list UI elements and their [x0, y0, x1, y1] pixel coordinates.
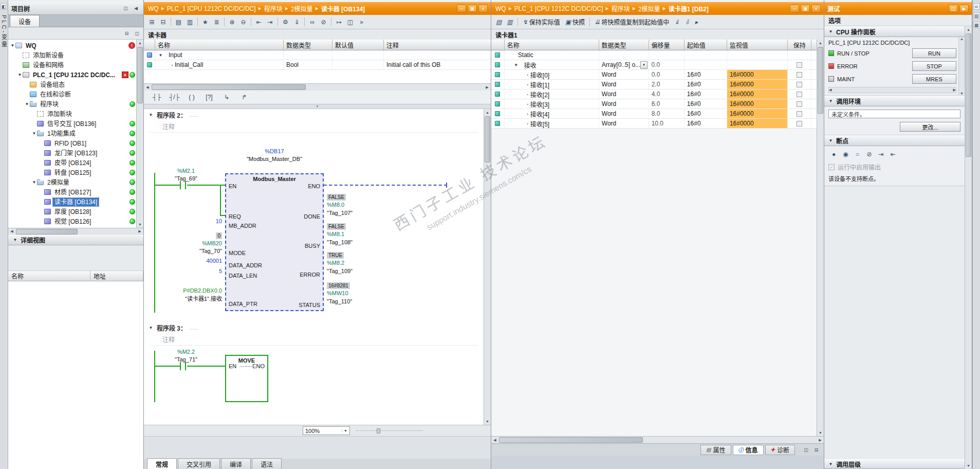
db-row[interactable]: ▪接收[0] Word 0.0 16#0 16#0000 — [491, 70, 817, 80]
inspector-tab[interactable]: ✚诊断 — [765, 445, 795, 455]
cpu-command-button[interactable]: RUN — [912, 48, 956, 58]
tree-options-icon[interactable]: ◫ — [133, 29, 141, 37]
add-row-icon[interactable]: ▥ — [505, 17, 514, 27]
disable-breakpoints-icon[interactable]: ○ — [852, 149, 863, 159]
delete-network-icon[interactable]: ⊟ — [158, 17, 169, 27]
inspector-tab[interactable]: 语法 — [252, 458, 282, 469]
jump-to-icon[interactable]: ↦ — [334, 17, 344, 27]
move-block[interactable]: MOVE EN ENO — [225, 355, 268, 402]
tasks-tab-icon[interactable]: ▤ — [973, 12, 980, 19]
retain-checkbox[interactable] — [797, 82, 802, 87]
breadcrumb-item[interactable]: PLC_1 [CPU 1212C DC/DC/DC]▶ — [513, 5, 611, 12]
next-breakpoint-icon[interactable]: ⇥ — [876, 149, 886, 159]
collapse-panel-right-icon[interactable]: ▶ — [959, 5, 969, 12]
ladder-vertical-scrollbar[interactable]: ▲▼ — [484, 109, 491, 425]
db-var-start-value[interactable] — [685, 50, 727, 60]
docked-plc-tags-tab[interactable]: PLC-变量 — [0, 15, 8, 48]
separator[interactable] — [517, 17, 518, 26]
db-row[interactable]: ▼接收 Array[0..5] o...▾ 0.0 — [491, 60, 817, 70]
goto-previous-icon[interactable]: ⇤ — [253, 17, 264, 27]
close-branch-icon[interactable]: ↱ — [238, 94, 250, 101]
expand-arrow-icon[interactable]: ▼ — [31, 180, 37, 185]
retain-checkbox[interactable] — [797, 92, 802, 97]
separator[interactable] — [251, 17, 251, 26]
inspector-tab[interactable]: 编译 — [221, 458, 251, 469]
retain-checkbox[interactable] — [797, 121, 802, 127]
delete-breakpoints-icon[interactable]: ⊘ — [864, 149, 875, 159]
breadcrumb-item[interactable]: 2模拟量▶ — [290, 4, 320, 13]
db-row[interactable]: ▪接收[4] Word 8.0 16#0 16#0000 — [491, 109, 817, 119]
keep-actual-values-button[interactable]: ↯保持实际值 — [521, 17, 562, 27]
cpu-command-button[interactable]: STOP — [912, 61, 956, 71]
separator[interactable] — [224, 17, 225, 26]
db-var-start-value[interactable]: 16#0 — [685, 70, 727, 79]
db-vertical-scrollbar[interactable]: ▲▼ — [817, 40, 824, 436]
db-var-start-value[interactable] — [685, 60, 727, 69]
cpu-panel-vertical-scrollbar[interactable]: ▲▼ — [958, 37, 965, 95]
call-hierarchy-section-header[interactable]: ▼调用层级 — [824, 459, 965, 469]
collapse-panel-left-icon[interactable]: ◀ — [132, 5, 140, 12]
enable-breakpoints-icon[interactable]: ◉ — [840, 149, 851, 159]
tree-item[interactable]: 信号交互 [OB136] — [8, 119, 136, 129]
tree-item[interactable]: ▼ PLC_1 [CPU 1212C DC/DC... — [8, 70, 136, 80]
db-row[interactable]: ▪接收[5] Word 10.0 16#0 16#0000 — [491, 119, 817, 129]
db-var-start-value[interactable]: 16#0 — [685, 109, 727, 118]
inspector-tab[interactable]: ⓘ信息 — [733, 445, 764, 455]
split-editor-icon[interactable]: ◫ — [345, 17, 356, 27]
snapshot-button[interactable]: ▣快照 — [563, 17, 587, 27]
tree-item[interactable]: 添加新设备 — [8, 50, 136, 60]
modbus-master-block[interactable]: Modbus_Master EN REQ MB_ADDR MODE DATA_A… — [225, 173, 324, 311]
mb-addr-value[interactable]: 10 — [165, 218, 222, 225]
network-3-comment[interactable]: 注释 — [149, 333, 478, 346]
db-row[interactable]: ▪接收[3] Word 6.0 16#0 16#0000 — [491, 99, 817, 109]
db-var-start-value[interactable]: 16#0 — [685, 89, 727, 99]
editor-splitter[interactable]: ▼ — [144, 104, 491, 109]
ladder-contact[interactable] — [180, 181, 181, 189]
inspector-tab[interactable]: 常规 — [147, 458, 177, 469]
collapse-network-icon[interactable]: ▼ — [148, 326, 154, 330]
separator[interactable] — [589, 17, 590, 26]
interface-horizontal-scrollbar[interactable]: ◀▶ — [144, 83, 491, 91]
detail-col-name[interactable]: 名称 — [8, 271, 90, 281]
breadcrumb-item[interactable]: WQ▶ — [147, 5, 166, 12]
network-2-header[interactable]: ▼ 程序段 2： ...... — [144, 109, 484, 120]
retain-checkbox[interactable] — [797, 72, 802, 78]
db-horizontal-scrollbar[interactable]: ◀▶ — [491, 436, 824, 443]
insert-row-icon[interactable]: ▤ — [494, 17, 504, 27]
no-contact-icon[interactable]: ┤├ — [151, 94, 162, 101]
expand-arrow-icon[interactable]: ▼ — [24, 102, 30, 106]
set-breakpoint-icon[interactable]: ● — [828, 149, 839, 159]
tree-item[interactable]: ▼ WQ — [8, 41, 136, 50]
tree-item[interactable]: 龙门架 [OB123] — [8, 148, 136, 158]
cpu-panel-section-header[interactable]: ▼CPU 操作面板 — [824, 26, 965, 37]
delete-row-icon[interactable]: ▥ — [184, 17, 195, 27]
breadcrumb-item[interactable]: PLC_1 [CPU 1212C DC/DC/DC]▶ — [166, 5, 263, 12]
data-addr-value[interactable]: 40001 — [165, 258, 222, 264]
type-combo-button[interactable]: ▾ — [640, 61, 648, 69]
task-card-vertical-scrollbar[interactable]: ▲▼ — [965, 26, 972, 469]
more-commands-icon[interactable]: » — [356, 17, 367, 27]
testing-tab-icon[interactable]: ∞ — [973, 3, 980, 10]
minimize-button[interactable]: ─ — [790, 5, 799, 12]
cpu-command-button[interactable]: MRES — [912, 74, 956, 84]
db-row[interactable]: ▪接收[2] Word 4.0 16#0 16#0000 — [491, 89, 817, 99]
collapse-network-icon[interactable]: ▼ — [148, 113, 154, 117]
breadcrumb-item[interactable]: 程序块▶ — [263, 4, 290, 13]
breadcrumb-item[interactable]: 2模拟量▶ — [637, 4, 668, 13]
collapse-inspector-icon[interactable]: ⊟ — [812, 446, 821, 454]
change-condition-button[interactable]: 更改... — [900, 122, 960, 132]
tree-item[interactable]: 材质 [OB127] — [8, 187, 136, 197]
close-button[interactable]: × — [811, 5, 821, 12]
previous-breakpoint-icon[interactable]: ⇤ — [887, 149, 898, 159]
tree-item[interactable]: 皮带 [OB124] — [8, 158, 136, 168]
breadcrumb-item[interactable]: 读卡器 [OB134]▶ — [320, 4, 366, 13]
float-inspector-icon[interactable]: ◫ — [802, 446, 810, 454]
interface-row[interactable]: ▪Initial_Call Bool Initial call of this … — [144, 60, 491, 70]
nc-contact-icon[interactable]: ┤/├ — [169, 94, 180, 101]
ladder-contact[interactable] — [180, 362, 181, 370]
breadcrumb-item[interactable]: 读卡器1 [DB2]▶ — [668, 4, 710, 13]
expand-toolbar-icon[interactable]: ▸ — [693, 17, 700, 27]
tree-item[interactable]: 读卡器 [OB134] — [8, 197, 136, 207]
stop-monitoring-icon[interactable]: ⊘ — [318, 17, 329, 27]
download-icon[interactable]: ⇓ — [291, 17, 302, 27]
